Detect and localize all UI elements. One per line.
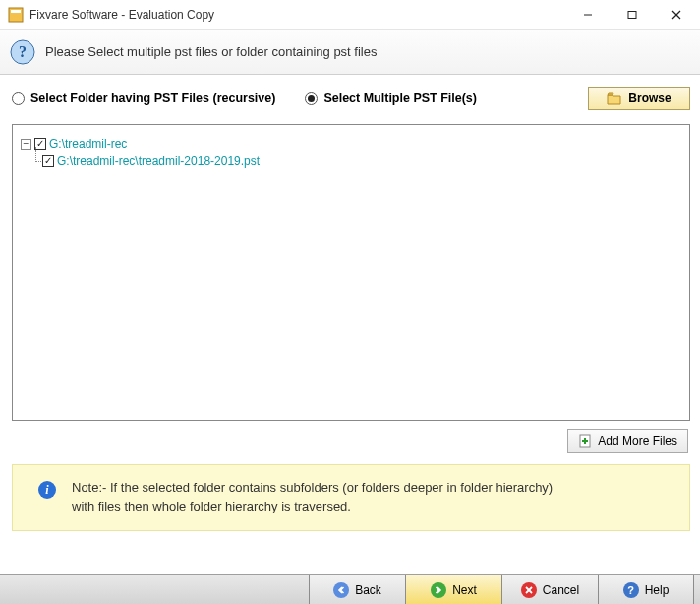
window-title: Fixvare Software - Evaluation Copy [29, 8, 214, 22]
next-button-label: Next [452, 583, 477, 597]
radio-folder[interactable] [12, 92, 25, 105]
info-icon: i [38, 481, 56, 499]
maximize-button[interactable] [610, 0, 654, 29]
app-icon [8, 7, 24, 23]
file-tree-panel[interactable]: − ✓ G:\treadmil-rec ✓ G:\treadmil-rec\tr… [12, 124, 690, 421]
titlebar: Fixvare Software - Evaluation Copy [0, 0, 700, 30]
svg-text:?: ? [19, 43, 27, 60]
browse-button-label: Browse [628, 91, 671, 105]
cancel-button[interactable]: Cancel [501, 575, 598, 604]
add-more-files-button[interactable]: Add More Files [567, 429, 688, 453]
cancel-icon [521, 582, 537, 598]
plus-icon [578, 434, 592, 448]
content-area: Select Folder having PST Files (recursiv… [0, 75, 700, 539]
instruction-banner: ? Please Select multiple pst files or fo… [0, 30, 700, 75]
tree-child-node[interactable]: ✓ G:\treadmil-rec\treadmil-2018-2019.pst [42, 152, 681, 170]
help-button[interactable]: ? Help [598, 575, 694, 604]
wizard-footer: Back Next Cancel ? Help [0, 574, 700, 604]
svg-rect-1 [11, 10, 21, 13]
note-box: i Note:- If the selected folder contains… [12, 464, 690, 531]
collapse-icon[interactable]: − [21, 139, 31, 150]
help-icon: ? [623, 582, 639, 598]
note-text: Note:- If the selected folder contains s… [72, 479, 553, 516]
instruction-text: Please Select multiple pst files or fold… [45, 44, 377, 59]
radio-multiple[interactable] [305, 92, 318, 105]
browse-button[interactable]: Browse [588, 87, 690, 110]
question-icon: ? [10, 39, 35, 65]
tree-root-node[interactable]: − ✓ G:\treadmil-rec [21, 135, 681, 152]
back-arrow-icon [333, 582, 349, 598]
selection-mode-row: Select Folder having PST Files (recursiv… [12, 87, 690, 110]
folder-icon [607, 92, 622, 105]
back-button[interactable]: Back [309, 575, 405, 604]
checkbox-child[interactable]: ✓ [42, 155, 54, 167]
minimize-button[interactable] [565, 0, 610, 29]
radio-folder-label[interactable]: Select Folder having PST Files (recursiv… [30, 91, 275, 105]
tree-root-label[interactable]: G:\treadmil-rec [49, 135, 127, 152]
help-button-label: Help [645, 583, 670, 597]
cancel-button-label: Cancel [543, 583, 579, 597]
next-arrow-icon [431, 582, 446, 598]
tree-child-label[interactable]: G:\treadmil-rec\treadmil-2018-2019.pst [57, 152, 260, 170]
next-button[interactable]: Next [405, 575, 501, 604]
radio-multiple-label[interactable]: Select Multiple PST File(s) [323, 91, 477, 105]
svg-rect-3 [628, 11, 636, 18]
add-more-files-label: Add More Files [598, 434, 677, 448]
close-button[interactable] [654, 0, 698, 29]
back-button-label: Back [355, 583, 381, 597]
